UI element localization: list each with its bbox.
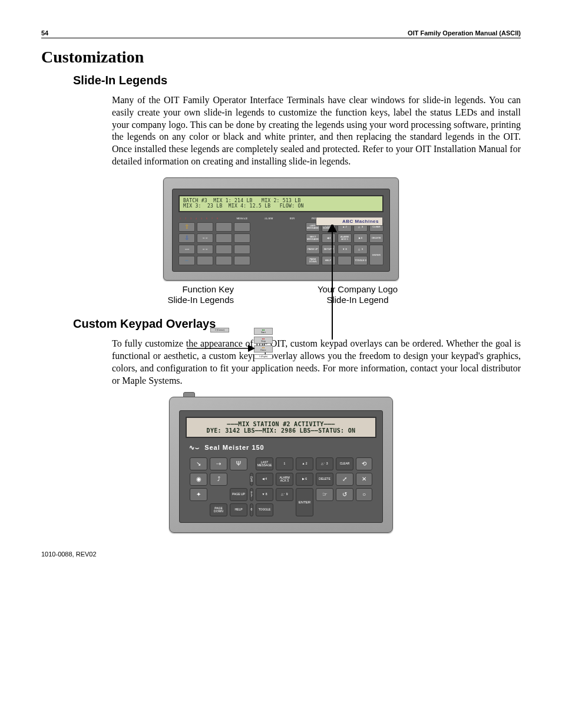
- key-3b[interactable]: △⁻ 3: [316, 457, 333, 470]
- key-reverse[interactable]: ⟸: [178, 256, 195, 265]
- status-label-alarm: ALARM: [265, 217, 273, 220]
- arrow-down-icon: ⇩: [184, 235, 189, 241]
- brand-label: ∿⌣ Seal Meister 150: [186, 443, 376, 453]
- page-number: 54: [41, 29, 48, 37]
- key-f[interactable]: [216, 245, 232, 254]
- key-last-message-2[interactable]: LAST MESSAGE: [256, 457, 273, 470]
- key-extend[interactable]: ▭⇨: [178, 245, 195, 254]
- key-9[interactable]: △⁻ 9: [353, 245, 368, 254]
- key-f2[interactable]: [197, 222, 213, 232]
- key-f8[interactable]: [197, 256, 213, 265]
- annotation-company-logo-legend: Your Company LogoSlide-In Legend: [305, 284, 411, 305]
- open-icon: ⇦ ⇨: [203, 237, 207, 239]
- heading-custom-keypad-overlays: Custom Keypad Overlays: [73, 317, 521, 331]
- branch-icon: ⤴: [217, 476, 220, 482]
- fkey-3-1[interactable]: ⤢: [336, 473, 353, 486]
- hand-point-icon: ☞: [322, 492, 328, 498]
- key-6b[interactable]: ▶ 6: [296, 473, 313, 486]
- status-label-message: MESSAGE: [237, 217, 248, 220]
- key-8b[interactable]: ▼ 8: [256, 488, 273, 501]
- fkey-1-1[interactable]: ↘: [190, 457, 207, 470]
- key-9b[interactable]: △⁻ 9: [276, 488, 293, 501]
- key-f[interactable]: [216, 233, 232, 243]
- key-f[interactable]: [216, 256, 232, 265]
- reverse-icon: ⟸: [185, 259, 189, 262]
- key-enter-2[interactable]: ENTER: [296, 488, 313, 516]
- keypad-grid-2: ↘ ⇢ Ψ LAST MESSAGE 1 ▲ 2 △⁻ 3 CLEAR ⟲ ◉ …: [186, 457, 376, 516]
- legend-3-right: 3 (Right): [254, 354, 273, 359]
- right-arrow-icon: ⇢: [216, 461, 221, 467]
- legend-start: ●●Start: [254, 328, 273, 335]
- lcd-display-2: ———MIX STATION #2 ACTIVITY——— DYE: 3142 …: [186, 417, 376, 438]
- fkey-1-2[interactable]: ⇢: [210, 457, 227, 470]
- wand-icon: ⤢: [342, 476, 347, 482]
- key-f[interactable]: [216, 222, 232, 232]
- key-up[interactable]: ⇧: [178, 222, 195, 232]
- key-f[interactable]: [234, 245, 250, 254]
- arrow-to-function-legend: [187, 342, 257, 354]
- key-f[interactable]: [234, 233, 250, 243]
- cross-icon: ✕: [362, 476, 366, 482]
- arrow-up-icon: ⇧: [184, 224, 189, 230]
- key-page-up[interactable]: PAGE UP: [306, 245, 320, 254]
- fkey-2-3[interactable]: ⤴: [210, 473, 227, 486]
- function-key-block-left: ⇧ ⇩ ⇦ ⇨ ▭⇨ ⇨ ⇦ ⟸: [178, 222, 213, 265]
- fkey-2-2[interactable]: ◉: [190, 473, 207, 486]
- key-0b[interactable]: 0: [250, 503, 253, 516]
- fkey-3-3[interactable]: ✦: [190, 488, 207, 501]
- sparkle-icon: ✦: [196, 492, 201, 498]
- key-next-message-2[interactable]: NEXT MESSAGE: [250, 473, 253, 486]
- key-1b[interactable]: 1: [276, 457, 293, 470]
- key-4b[interactable]: ◀ 4: [256, 473, 273, 486]
- figure-oit-slide-in-legends: BATCH #3 MIX 1: 214 LB MIX 2: 513 LB MIX…: [163, 177, 399, 306]
- doc-title: OIT Family Operation Manual (ASCII): [408, 29, 521, 37]
- loop-icon: ⟲: [362, 461, 366, 467]
- key-6[interactable]: ▶ 6: [353, 233, 368, 243]
- diag-arrow-icon: ↘: [196, 461, 201, 467]
- paragraph-slide-in-legends: Many of the OIT Family Operator Interfac…: [112, 94, 521, 168]
- dot-icon: ◉: [196, 476, 201, 482]
- fkey-2-1[interactable]: ⟲: [356, 457, 372, 470]
- key-5b[interactable]: ALARM ACK 5: [276, 473, 293, 486]
- key-closed[interactable]: ⇨ ⇦: [197, 245, 213, 254]
- key-toggle[interactable]: TOGGLE 0: [353, 256, 368, 265]
- key-f[interactable]: [234, 256, 250, 265]
- legend-strip-center: 2 (Center): [210, 327, 229, 333]
- paragraph-custom-keypad-overlays: To fully customize the appearance of the…: [112, 338, 521, 387]
- key-page-down[interactable]: PAGE DOWN: [306, 256, 320, 265]
- device-inner-panel-2: ———MIX STATION #2 ACTIVITY——— DYE: 3142 …: [179, 410, 383, 523]
- legend-center-label: 2 (Center): [210, 328, 229, 332]
- footer-docid: 1010-0088, REV02: [41, 551, 521, 558]
- fkey-4-2[interactable]: ↺: [336, 488, 353, 501]
- closed-icon: ⇨ ⇦: [203, 248, 207, 251]
- device-bezel: BATCH #3 MIX 1: 214 LB MIX 2: 513 LB MIX…: [163, 177, 399, 281]
- device-inner-panel: BATCH #3 MIX 1: 214 LB MIX 2: 513 LB MIX…: [172, 189, 390, 272]
- key-page-up-2[interactable]: PAGE UP: [230, 488, 247, 501]
- key-2b[interactable]: ▲ 2: [296, 457, 313, 470]
- figure-oit-custom-overlay: ———MIX STATION #2 ACTIVITY——— DYE: 3142 …: [169, 397, 393, 533]
- key-toggle-2[interactable]: TOGGLE: [256, 503, 273, 516]
- heading-slide-in-legends: Slide-In Legends: [73, 74, 521, 87]
- key-open[interactable]: ⇦ ⇨: [197, 233, 213, 243]
- fkey-4-3[interactable]: ○: [356, 488, 372, 501]
- key-page-down-2[interactable]: PAGE DOWN: [210, 503, 227, 516]
- annotation-function-key-legends: Function KeySlide-In Legends: [140, 284, 234, 305]
- y-icon: Ψ: [236, 461, 241, 467]
- key-clear-2[interactable]: CLEAR: [336, 457, 353, 470]
- key-delete[interactable]: DELETE: [369, 233, 384, 243]
- key-down[interactable]: ⇩: [178, 233, 195, 243]
- fkey-1-3[interactable]: Ψ: [230, 457, 247, 470]
- arrow-to-logo: [325, 225, 343, 342]
- key-7b[interactable]: SETUP 7: [250, 488, 253, 501]
- key-next-message[interactable]: NEXT MESSAGE: [306, 233, 320, 243]
- fkey-3-2[interactable]: ✕: [356, 473, 372, 486]
- key-delete-2[interactable]: DELETE: [316, 473, 333, 486]
- system-keypad-right: LAST MESSAGE PRINT SCREEN 1 ▲ 2 △⁻ 3 CLE…: [306, 222, 384, 265]
- key-help-2[interactable]: HELP: [230, 503, 247, 516]
- key-enter[interactable]: ENTER: [369, 245, 384, 265]
- function-key-block-mid: [216, 222, 250, 265]
- key-f[interactable]: [234, 222, 250, 232]
- heading-customization: Customization: [41, 48, 521, 67]
- undo-icon: ↺: [342, 492, 347, 498]
- fkey-4-1[interactable]: ☞: [316, 488, 333, 501]
